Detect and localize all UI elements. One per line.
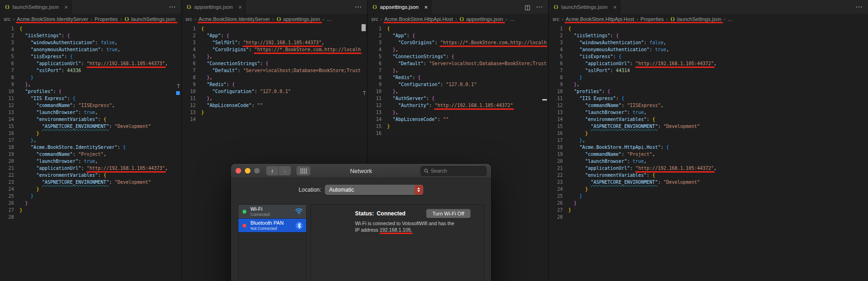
close-tab-icon[interactable]: × bbox=[613, 4, 617, 11]
line-number: 12 bbox=[549, 102, 563, 109]
tab-launchSettings.json[interactable]: {}launchSettings.json× bbox=[0, 0, 73, 14]
code-text: }, bbox=[196, 95, 212, 102]
breadcrumb-root[interactable]: src bbox=[4, 16, 11, 22]
close-tab-icon[interactable]: × bbox=[65, 4, 68, 11]
code-line: 2 "App": { bbox=[368, 32, 548, 39]
code-line: 7 "Default": "Server=localhost;Database=… bbox=[182, 67, 367, 74]
code-text: } bbox=[563, 130, 588, 137]
breadcrumb-item[interactable]: Acme.BookStore.HttpApi.Host bbox=[384, 16, 453, 22]
close-window-button[interactable] bbox=[236, 168, 241, 174]
line-number: 14 bbox=[182, 116, 196, 123]
breadcrumb-file[interactable]: appsettings.json bbox=[283, 16, 320, 22]
line-number: 21 bbox=[549, 165, 563, 172]
json-file-icon: {} bbox=[276, 17, 281, 21]
breadcrumb-file[interactable]: launchSettings.json bbox=[131, 16, 175, 22]
line-number: 13 bbox=[182, 109, 196, 116]
close-tab-icon[interactable]: × bbox=[238, 4, 242, 11]
code-text: "launchBrowser": true, bbox=[563, 158, 647, 165]
breadcrumb-file[interactable]: appsettings.json bbox=[466, 16, 503, 22]
code-text: { bbox=[381, 25, 390, 32]
breadcrumb-more[interactable]: … bbox=[728, 16, 733, 22]
search-field[interactable]: Search bbox=[421, 166, 487, 176]
breadcrumb-item[interactable]: Acme.BookStore.IdentityServer bbox=[17, 16, 88, 22]
more-actions-icon[interactable]: ⋯ bbox=[536, 3, 543, 11]
breadcrumb-item[interactable]: Properties bbox=[94, 16, 118, 22]
code-text: "CorsOrigins": "https://*.BookStore.com,… bbox=[381, 39, 546, 46]
breadcrumb-root[interactable]: src bbox=[552, 16, 559, 22]
minimize-window-button[interactable] bbox=[245, 168, 250, 174]
code-line: 14 "AbpLicenseCode": "" bbox=[368, 116, 548, 123]
code-text: "profiles": { bbox=[14, 88, 61, 95]
code-text: "Configuration": "127.0.0.1" bbox=[381, 81, 477, 88]
code-line: 22 "environmentVariables": { bbox=[0, 172, 181, 179]
network-body: Wi-FiConnectedBluetooth PANNot Connected… bbox=[231, 195, 491, 281]
service-row-wi-fi[interactable]: Wi-FiConnected bbox=[238, 205, 306, 219]
breadcrumb-underlined-path: Acme.BookStore.IdentityServer›Properties… bbox=[17, 16, 175, 22]
code-text: "anonymousAuthentication": true, bbox=[563, 46, 669, 53]
line-number: 16 bbox=[368, 130, 381, 137]
code-line: 10 "profiles": { bbox=[549, 88, 868, 95]
line-number: 5 bbox=[549, 53, 563, 60]
breadcrumb-more[interactable]: … bbox=[327, 16, 332, 22]
code-text: "commandName": "IISExpress", bbox=[14, 102, 115, 109]
code-text: "iisSettings": { bbox=[563, 32, 618, 39]
breadcrumb-more[interactable]: … bbox=[509, 16, 514, 22]
back-button[interactable]: ‹ bbox=[266, 166, 278, 175]
code-text: }, bbox=[563, 137, 585, 144]
tab-launchSettings.json[interactable]: {}launchSettings.json× bbox=[549, 0, 622, 14]
show-all-button[interactable] bbox=[296, 166, 310, 175]
code-text: }, bbox=[381, 109, 398, 116]
tab-appsettings.json[interactable]: {}appsettings.json× bbox=[368, 0, 433, 14]
code-editor[interactable]: 1{2 "iisSettings": {3 "windowsAuthentica… bbox=[0, 24, 181, 221]
zoom-window-button[interactable] bbox=[254, 168, 260, 174]
line-number: 8 bbox=[0, 74, 14, 81]
more-actions-icon[interactable]: ⋯ bbox=[355, 3, 362, 11]
breadcrumb-item[interactable]: Acme.BookStore.IdentityServer bbox=[198, 16, 270, 22]
chevron-right-icon: › bbox=[637, 16, 638, 22]
location-value: Automatic bbox=[329, 187, 354, 193]
code-text: } bbox=[14, 193, 33, 200]
line-number: 19 bbox=[549, 151, 563, 158]
line-number: 5 bbox=[182, 53, 196, 60]
code-text: "ASPNETCORE_ENVIRONMENT": "Development" bbox=[563, 123, 700, 130]
line-number: 8 bbox=[182, 74, 196, 81]
code-text: "iisExpress": { bbox=[14, 53, 72, 60]
code-text: } bbox=[563, 207, 571, 214]
code-line: 17 }, bbox=[0, 137, 181, 144]
code-line: 14 bbox=[182, 116, 367, 123]
service-row-bluetooth-pan[interactable]: Bluetooth PANNot Connected bbox=[238, 219, 306, 233]
status-label: Status: bbox=[355, 210, 374, 217]
code-line: 6 "applicationUrl": "http://192.168.1.10… bbox=[549, 60, 868, 67]
code-editor[interactable]: 1{2 "App": {3 "CorsOrigins": "https://*.… bbox=[368, 24, 548, 137]
code-text: "ASPNETCORE_ENVIRONMENT": "Development" bbox=[563, 179, 700, 186]
line-number: 7 bbox=[549, 67, 563, 74]
line-number: 15 bbox=[368, 123, 381, 130]
more-actions-icon[interactable]: ⋯ bbox=[169, 3, 176, 11]
code-line: 25 } bbox=[0, 193, 181, 200]
code-text: "launchBrowser": true, bbox=[563, 109, 647, 116]
breadcrumb-root[interactable]: src bbox=[371, 16, 378, 22]
breadcrumb-file[interactable]: launchSettings.json bbox=[677, 16, 721, 22]
code-text: { bbox=[196, 25, 204, 32]
line-number: 10 bbox=[368, 88, 381, 95]
tab-appsettings.json[interactable]: {}appsettings.json× bbox=[182, 0, 247, 14]
breadcrumb: src›Acme.BookStore.IdentityServer›Proper… bbox=[0, 14, 181, 24]
split-editor-icon[interactable]: ◫ bbox=[525, 4, 530, 11]
search-placeholder: Search bbox=[431, 168, 447, 174]
turn-wifi-off-button[interactable]: Turn Wi-Fi Off bbox=[426, 209, 471, 218]
code-editor[interactable]: 1{2 "iisSettings": {3 "windowsAuthentica… bbox=[549, 24, 868, 221]
code-line: 26 } bbox=[549, 200, 868, 207]
line-number: 9 bbox=[368, 81, 381, 88]
breadcrumb-root[interactable]: src bbox=[185, 16, 192, 22]
breadcrumb-item[interactable]: Acme.BookStore.HttpApi.Host bbox=[566, 16, 634, 22]
code-editor[interactable]: 1{2 "App": {3 "SelfUrl": "http://192.168… bbox=[182, 24, 367, 123]
ip-address: 192.168.1.105. bbox=[380, 227, 412, 233]
location-dropdown[interactable]: Automatic bbox=[325, 185, 423, 195]
breadcrumb: src›Acme.BookStore.HttpApi.Host›{}appset… bbox=[368, 14, 548, 24]
line-number: 6 bbox=[182, 60, 196, 67]
forward-button[interactable]: › bbox=[279, 166, 291, 175]
window-titlebar[interactable]: ‹ › Network Search bbox=[231, 164, 491, 178]
close-tab-icon[interactable]: × bbox=[424, 4, 428, 11]
breadcrumb-item[interactable]: Properties bbox=[640, 16, 664, 22]
more-actions-icon[interactable]: ⋯ bbox=[855, 3, 862, 11]
